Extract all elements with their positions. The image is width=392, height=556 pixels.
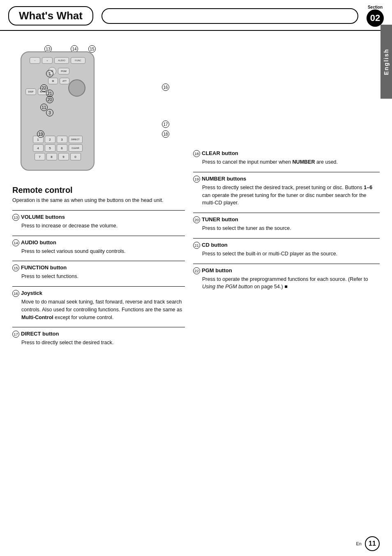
- remote-row2: ⊙ PGM: [25, 67, 90, 75]
- divider-5: [12, 327, 185, 327]
- item-body-21: Press to select the built-in or multi-CD…: [202, 250, 380, 258]
- footer-lang: En: [356, 541, 362, 546]
- num-9-button[interactable]: 9: [58, 153, 69, 160]
- clear-button[interactable]: CLEAR: [69, 144, 83, 152]
- num-2-button[interactable]: 2: [45, 136, 55, 143]
- divider-7: [193, 213, 380, 213]
- item-body-16: Move to do manual seek tuning, fast forw…: [21, 298, 185, 321]
- remote-section-block: Remote control Operation is the same as …: [12, 185, 185, 204]
- item-heading-21: 21 CD button: [193, 242, 380, 249]
- tape-button[interactable]: ≡: [48, 78, 58, 84]
- callout-3: 3: [46, 109, 53, 116]
- num-5-button[interactable]: 5: [45, 144, 55, 152]
- divider-9: [193, 264, 380, 264]
- num-4-button[interactable]: 4: [33, 144, 44, 152]
- direct-button[interactable]: DIRECT: [69, 136, 83, 143]
- item-block-18: 18 CLEAR button Press to cancel the inpu…: [193, 150, 380, 166]
- pgm-button[interactable]: PGM: [58, 68, 69, 74]
- remote-row4: DISP BAND: [25, 88, 90, 95]
- att-button[interactable]: ATT: [60, 78, 69, 84]
- remote-top-buttons: − + AUDIO FUNC: [25, 57, 90, 64]
- divider-4: [12, 286, 185, 287]
- item-block-22: 22 PGM button Press to operate the prepr…: [193, 267, 380, 291]
- callout-15: 15: [88, 45, 96, 53]
- item-num-15: 15: [12, 264, 19, 271]
- page-header: What's What Section 02: [0, 0, 392, 31]
- item-heading-19: 19 NUMBER buttons: [193, 176, 380, 183]
- item-body-20: Press to select the tuner as the source.: [202, 225, 380, 232]
- divider-6: [193, 172, 380, 172]
- footer-page-number: 11: [365, 536, 380, 551]
- audio-button[interactable]: AUDIO: [54, 57, 69, 64]
- number-bold: NUMBER: [293, 159, 315, 165]
- callout-circle-3: 3: [46, 109, 53, 116]
- item-block-14: 14 AUDIO button Press to select various …: [12, 239, 185, 255]
- callout-1: 1: [46, 70, 53, 77]
- num-7-button[interactable]: 7: [35, 153, 45, 160]
- numpad-row-2: 4 5 6 CLEAR: [25, 144, 90, 152]
- item-label-21: CD button: [202, 242, 228, 248]
- item-body-18: Press to cancel the input number when NU…: [202, 158, 380, 166]
- num-8-button[interactable]: 8: [46, 153, 57, 160]
- item-num-17: 17: [12, 331, 19, 338]
- item-heading-14: 14 AUDIO button: [12, 239, 185, 246]
- callout-16: 16: [162, 83, 169, 91]
- vol-minus-button[interactable]: −: [30, 57, 40, 64]
- item-block-19: 19 NUMBER buttons Press to directly sele…: [193, 176, 380, 207]
- item-num-21: 21: [193, 242, 200, 249]
- item-block-13: 13 VOLUME buttons Press to increase or d…: [12, 214, 185, 230]
- item-body-22: Press to operate the preprogrammed funct…: [202, 276, 380, 291]
- remote-section-desc: Operation is the same as when using the …: [12, 197, 185, 204]
- left-column: 13 14 15 − + AUDIO FUNC ⊙ P: [12, 35, 185, 352]
- numpad-row-1: 1 2 3 DIRECT: [25, 136, 90, 143]
- item-label-22: PGM button: [202, 267, 232, 273]
- item-body-19: Press to directly select the desired tra…: [202, 184, 380, 207]
- callout-circle-16: 16: [162, 83, 169, 91]
- section-number: 02: [367, 9, 384, 27]
- item-block-20: 20 TUNER button Press to select the tune…: [193, 216, 380, 232]
- divider-8: [193, 238, 380, 239]
- numpad-row-3: 7 8 9 0: [25, 153, 90, 160]
- num-0-button[interactable]: 0: [70, 153, 81, 160]
- callout-circle-15: 15: [88, 45, 96, 53]
- section-box: Section 02: [367, 5, 384, 27]
- callout-circle-19: 19: [37, 130, 44, 138]
- item-num-16: 16: [12, 290, 19, 297]
- disp-button[interactable]: DISP: [25, 88, 36, 95]
- item-body-17: Press to directly select the desired tra…: [21, 339, 185, 347]
- item-num-19: 19: [193, 176, 200, 183]
- callout-20: 20: [46, 96, 53, 103]
- main-content: 13 14 15 − + AUDIO FUNC ⊙ P: [0, 31, 392, 357]
- callout-circle-18: 18: [162, 130, 169, 138]
- item-block-17: 17 DIRECT button Press to directly selec…: [12, 331, 185, 347]
- item-label-18: CLEAR button: [202, 150, 238, 156]
- remote-body: − + AUDIO FUNC ⊙ PGM ≡ ATT: [21, 51, 95, 171]
- remote-section-title: Remote control: [12, 185, 185, 195]
- title-box: What's What: [8, 6, 93, 25]
- item-label-15: FUNCTION button: [21, 264, 67, 271]
- item-body-14: Press to select various sound quality co…: [21, 248, 185, 255]
- callout-19: 19: [37, 130, 44, 138]
- item-label-17: DIRECT button: [21, 331, 59, 337]
- item-block-21: 21 CD button Press to select the built-i…: [193, 242, 380, 258]
- right-column: 18 CLEAR button Press to cancel the inpu…: [193, 35, 380, 352]
- item-body-15: Press to select functions.: [21, 273, 185, 280]
- section-label: Section: [368, 5, 383, 9]
- item-label-16: Joystick: [21, 290, 42, 296]
- num-3-button[interactable]: 3: [57, 136, 67, 143]
- language-sidebar: English: [380, 25, 392, 99]
- divider-2: [12, 236, 185, 236]
- remote-row3: ≡ ATT: [25, 78, 90, 84]
- vol-plus-button[interactable]: +: [42, 57, 53, 64]
- divider-3: [12, 261, 185, 261]
- remote-image-area: 13 14 15 − + AUDIO FUNC ⊙ P: [25, 39, 173, 179]
- callout-18: 18: [162, 130, 169, 138]
- 1-6-bold: 1–6: [364, 185, 372, 190]
- item-body-13: Press to increase or decrease the volume…: [21, 222, 185, 230]
- num-6-button[interactable]: 6: [57, 144, 67, 152]
- divider-1: [12, 210, 185, 211]
- func-button[interactable]: FUNC: [71, 57, 85, 64]
- callout-circle-17: 17: [162, 120, 169, 128]
- multicontrol-bold: Multi-Control: [21, 315, 53, 320]
- header-center-box: [101, 8, 358, 24]
